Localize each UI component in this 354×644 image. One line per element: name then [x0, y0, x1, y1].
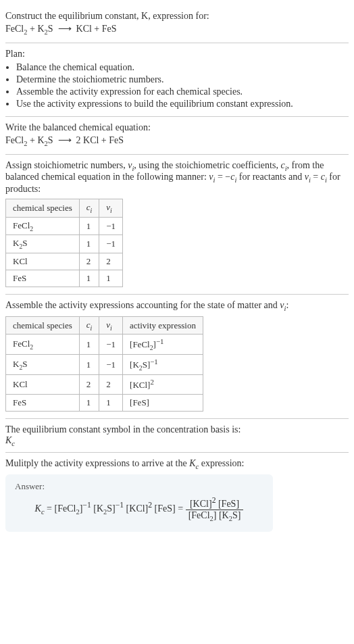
table-row: KCl 2 2 [KCl]2	[6, 375, 203, 394]
activity-section: Assemble the activity expressions accoun…	[5, 295, 349, 419]
cell-nui: 2	[99, 253, 123, 270]
balanced-heading: Write the balanced chemical equation:	[5, 122, 349, 133]
table-header-row: chemical species ci νi	[6, 199, 123, 218]
cell-nui: 1	[99, 270, 123, 287]
table-row: K2S 1 −1	[6, 235, 123, 253]
answer-fraction: [KCl]2 [FeS][FeCl2] [K2S]	[186, 496, 244, 522]
table-header: ci	[79, 316, 99, 335]
table-row: KCl 2 2	[6, 253, 123, 270]
cell-ci: 1	[79, 235, 99, 253]
plan-section: Plan: Balance the chemical equation. Det…	[5, 43, 349, 117]
fraction-numerator: [KCl]2 [FeS]	[186, 496, 244, 510]
multiply-line: Mulitply the activity expressions to arr…	[5, 458, 349, 470]
table-header: chemical species	[6, 199, 80, 218]
plan-item: Use the activity expressions to build th…	[16, 99, 349, 109]
table-row: FeCl2 1 −1 [FeCl2]−1	[6, 335, 203, 355]
symbol-section: The equilibrium constant symbol in the c…	[5, 419, 349, 453]
multiply-section: Mulitply the activity expressions to arr…	[5, 453, 349, 537]
cell-activity: [FeCl2]−1	[123, 335, 203, 355]
cell-ci: 2	[79, 253, 99, 270]
balanced-equation: FeCl2 + K2S ⟶ 2 KCl + FeS	[5, 134, 349, 147]
cell-nui: −1	[99, 235, 123, 253]
activity-table: chemical species ci νi activity expressi…	[5, 316, 203, 412]
table-row: K2S 1 −1 [K2S]−1	[6, 355, 203, 375]
cell-ci: 1	[79, 270, 99, 287]
prompt-line: Construct the equilibrium constant, K, e…	[5, 11, 349, 22]
table-row: FeS 1 1	[6, 270, 123, 287]
stoich-intro: Assign stoichiometric numbers, νi, using…	[5, 160, 349, 195]
cell-species: K2S	[6, 235, 80, 253]
table-row: FeCl2 1 −1	[6, 217, 123, 235]
unbalanced-equation: FeCl2 + K2S ⟶ KCl + FeS	[5, 23, 349, 36]
plan-item: Balance the chemical equation.	[16, 62, 349, 73]
table-header-row: chemical species ci νi activity expressi…	[6, 316, 203, 335]
table-row: FeS 1 1 [FeS]	[6, 394, 203, 411]
cell-ci: 1	[79, 394, 99, 411]
cell-species: K2S	[6, 355, 80, 375]
cell-ci: 2	[79, 375, 99, 394]
prompt-section: Construct the equilibrium constant, K, e…	[5, 4, 349, 43]
cell-nui: −1	[99, 335, 123, 355]
plan-heading: Plan:	[5, 49, 349, 59]
balanced-section: Write the balanced chemical equation: Fe…	[5, 117, 349, 155]
cell-ci: 1	[79, 355, 99, 375]
cell-nui: 2	[99, 375, 123, 394]
cell-ci: 1	[79, 217, 99, 235]
cell-species: FeS	[6, 394, 80, 411]
plan-item: Assemble the activity expression for eac…	[16, 86, 349, 97]
cell-nui: −1	[99, 355, 123, 375]
fraction-denominator: [FeCl2] [K2S]	[186, 510, 244, 522]
cell-nui: 1	[99, 394, 123, 411]
plan-item: Determine the stoichiometric numbers.	[16, 74, 349, 85]
table-header: νi	[99, 199, 123, 218]
plan-list: Balance the chemical equation. Determine…	[5, 62, 349, 109]
cell-species: KCl	[6, 375, 80, 394]
table-header: νi	[99, 316, 123, 335]
cell-species: KCl	[6, 253, 80, 270]
table-header: ci	[79, 199, 99, 218]
answer-label: Answer:	[15, 481, 263, 492]
cell-nui: −1	[99, 217, 123, 235]
table-header: chemical species	[6, 316, 80, 335]
cell-activity: [FeS]	[123, 394, 203, 411]
stoich-section: Assign stoichiometric numbers, νi, using…	[5, 155, 349, 295]
table-header: activity expression	[123, 316, 203, 335]
activity-intro: Assemble the activity expressions accoun…	[5, 300, 349, 312]
cell-activity: [K2S]−1	[123, 355, 203, 375]
answer-box: Answer: Kc = [FeCl2]−1 [K2S]−1 [KCl]2 [F…	[5, 474, 273, 531]
cell-activity: [KCl]2	[123, 375, 203, 394]
cell-species: FeCl2	[6, 217, 80, 235]
answer-lhs: Kc = [FeCl2]−1 [K2S]−1 [KCl]2 [FeS] =	[35, 503, 186, 514]
symbol-line2: Kc	[5, 435, 349, 447]
cell-species: FeS	[6, 270, 80, 287]
cell-species: FeCl2	[6, 335, 80, 355]
symbol-line1: The equilibrium constant symbol in the c…	[5, 424, 349, 435]
stoich-table: chemical species ci νi FeCl2 1 −1 K2S 1 …	[5, 199, 123, 287]
cell-ci: 1	[79, 335, 99, 355]
answer-expression: Kc = [FeCl2]−1 [K2S]−1 [KCl]2 [FeS] = [K…	[15, 496, 263, 522]
